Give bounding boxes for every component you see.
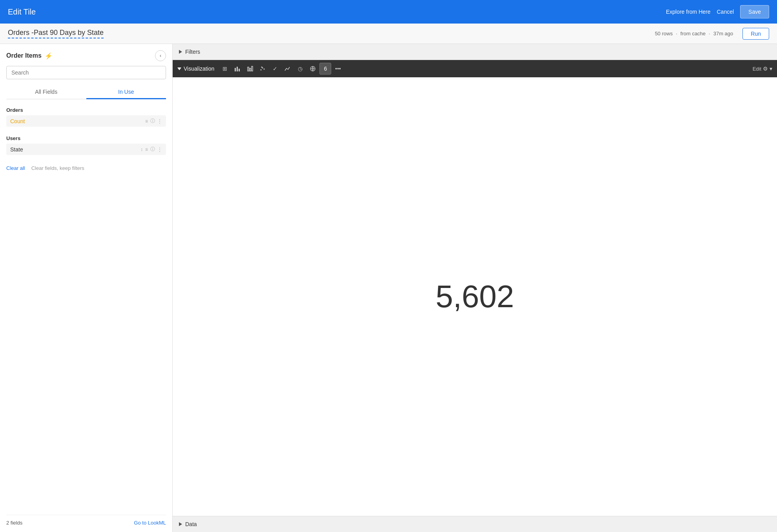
query-meta: 50 rows · from cache · 37m ago Run bbox=[655, 28, 769, 40]
viz-column-icon[interactable] bbox=[244, 63, 256, 75]
big-number-display: 5,602 bbox=[436, 279, 514, 315]
svg-point-9 bbox=[261, 67, 263, 68]
users-group-title: Users bbox=[6, 135, 166, 141]
svg-rect-3 bbox=[248, 67, 249, 71]
sidebar: Order Items ⚡ ‹ All Fields In Use Orders… bbox=[0, 44, 173, 532]
viz-map-icon[interactable] bbox=[307, 63, 319, 75]
tab-all-fields[interactable]: All Fields bbox=[6, 86, 86, 99]
viz-collapse-icon[interactable] bbox=[177, 67, 181, 70]
data-expand-icon bbox=[179, 522, 182, 526]
separator-1: · bbox=[676, 31, 677, 36]
viz-more-button[interactable]: ••• bbox=[332, 63, 344, 75]
save-button[interactable]: Save bbox=[740, 5, 769, 18]
state-field-item[interactable]: State ↕ ≡ ⓘ ⋮ bbox=[6, 144, 166, 155]
header: Edit Tile Explore from Here Cancel Save bbox=[0, 0, 777, 24]
svg-point-6 bbox=[261, 69, 262, 71]
viz-settings-button[interactable]: ⚙ ▾ bbox=[763, 66, 772, 72]
clear-all-button[interactable]: Clear all bbox=[6, 165, 25, 171]
count-field-name: Count bbox=[10, 118, 145, 124]
clear-actions: Clear all Clear fields, keep filters bbox=[6, 165, 166, 171]
query-title: Orders -Past 90 Days by State bbox=[8, 29, 104, 38]
viz-single-value-icon[interactable]: 6 bbox=[319, 63, 331, 75]
content-area: Filters Visualization ⊞ bbox=[173, 44, 777, 532]
fields-count: 2 fields bbox=[6, 520, 22, 526]
query-bar: Orders -Past 90 Days by State 50 rows · … bbox=[0, 24, 777, 44]
run-button[interactable]: Run bbox=[742, 28, 769, 40]
viz-table-icon[interactable]: ⊞ bbox=[219, 63, 231, 75]
svg-rect-5 bbox=[252, 66, 253, 71]
chevron-left-icon: ‹ bbox=[160, 53, 161, 58]
viz-edit-button[interactable]: Edit bbox=[753, 66, 761, 72]
viz-label-text: Visualization bbox=[184, 66, 214, 72]
sidebar-header: Order Items ⚡ ‹ bbox=[6, 50, 166, 61]
search-input[interactable] bbox=[6, 66, 166, 79]
viz-bar-chart-icon[interactable] bbox=[232, 63, 243, 75]
model-title-text: Order Items bbox=[6, 52, 42, 59]
state-field-icons: ↕ ≡ ⓘ ⋮ bbox=[140, 146, 162, 153]
users-field-group: Users State ↕ ≡ ⓘ ⋮ bbox=[6, 134, 166, 157]
viz-main-display: 5,602 bbox=[173, 77, 777, 516]
svg-rect-1 bbox=[237, 67, 238, 71]
cancel-button[interactable]: Cancel bbox=[717, 9, 734, 15]
filters-expand-icon bbox=[179, 50, 182, 54]
cache-age: 37m ago bbox=[713, 31, 733, 36]
row-count: 50 rows bbox=[655, 31, 673, 36]
field-tabs: All Fields In Use bbox=[6, 86, 166, 99]
filter-icon[interactable]: ≡ bbox=[145, 118, 148, 124]
page-title: Edit Tile bbox=[8, 7, 36, 16]
state-field-name: State bbox=[10, 146, 140, 153]
main-layout: Order Items ⚡ ‹ All Fields In Use Orders… bbox=[0, 44, 777, 532]
header-actions: Explore from Here Cancel Save bbox=[666, 5, 769, 18]
explore-from-here-button[interactable]: Explore from Here bbox=[666, 9, 711, 15]
sort-icon[interactable]: ↕ bbox=[140, 147, 143, 152]
viz-scatter-icon[interactable] bbox=[257, 63, 268, 75]
data-label: Data bbox=[185, 521, 197, 527]
viz-bar-label: Visualization bbox=[177, 66, 214, 72]
clear-fields-keep-filters-button[interactable]: Clear fields, keep filters bbox=[31, 165, 84, 171]
orders-group-title: Orders bbox=[6, 107, 166, 113]
svg-rect-4 bbox=[250, 68, 251, 71]
viz-type-icons: ⊞ ✓ ◷ bbox=[219, 63, 749, 75]
tab-in-use[interactable]: In Use bbox=[86, 86, 166, 99]
svg-point-8 bbox=[264, 69, 265, 70]
separator-2: · bbox=[709, 31, 710, 36]
collapse-sidebar-button[interactable]: ‹ bbox=[155, 50, 166, 61]
more-icon[interactable]: ⋮ bbox=[157, 118, 162, 124]
orders-field-group: Orders Count ≡ ⓘ ⋮ bbox=[6, 106, 166, 129]
filters-label: Filters bbox=[185, 49, 200, 55]
lightning-icon: ⚡ bbox=[45, 52, 53, 60]
viz-area-icon[interactable] bbox=[282, 63, 294, 75]
visualization-bar: Visualization ⊞ ✓ bbox=[173, 60, 777, 77]
more-icon-state[interactable]: ⋮ bbox=[157, 147, 162, 152]
viz-timeline-icon[interactable]: ◷ bbox=[294, 63, 306, 75]
filter-icon-state[interactable]: ≡ bbox=[145, 147, 148, 152]
cache-status: from cache bbox=[680, 31, 706, 36]
go-to-lookml-button[interactable]: Go to LookML bbox=[134, 520, 166, 526]
count-field-icons: ≡ ⓘ ⋮ bbox=[145, 118, 162, 124]
svg-rect-0 bbox=[235, 68, 236, 71]
viz-funnel-icon[interactable]: ✓ bbox=[269, 63, 281, 75]
info-icon-state[interactable]: ⓘ bbox=[150, 146, 155, 153]
sidebar-model-title: Order Items ⚡ bbox=[6, 52, 53, 60]
count-field-item[interactable]: Count ≡ ⓘ ⋮ bbox=[6, 115, 166, 127]
filters-bar[interactable]: Filters bbox=[173, 44, 777, 60]
info-icon[interactable]: ⓘ bbox=[150, 118, 155, 124]
svg-rect-2 bbox=[239, 69, 240, 71]
sidebar-footer: 2 fields Go to LookML bbox=[6, 515, 166, 526]
data-bar[interactable]: Data bbox=[173, 516, 777, 532]
